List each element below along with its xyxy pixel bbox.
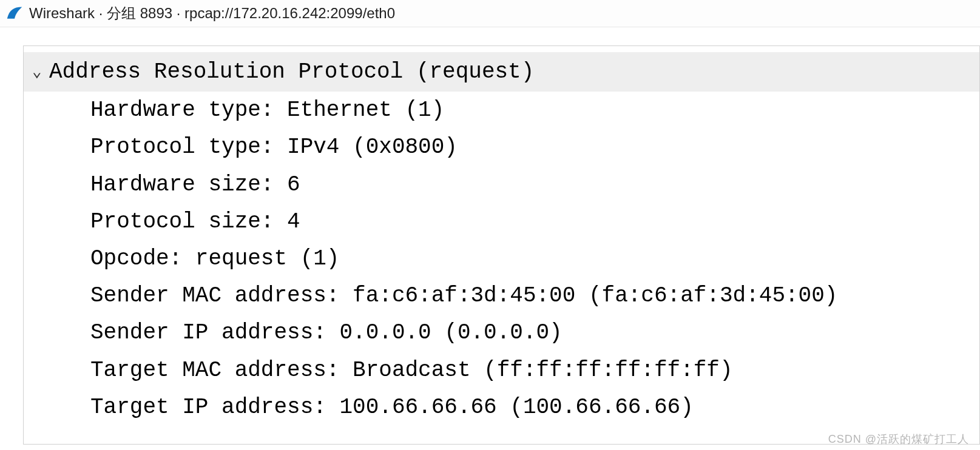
arp-header-text: Address Resolution Protocol (request) [49, 53, 534, 90]
field-sender-ip[interactable]: Sender IP address: 0.0.0.0 (0.0.0.0) [24, 314, 979, 351]
field-protocol-type[interactable]: Protocol type: IPv4 (0x0800) [24, 129, 979, 166]
watermark: CSDN @活跃的煤矿打工人 [828, 432, 969, 446]
field-target-ip[interactable]: Target IP address: 100.66.66.66 (100.66.… [24, 389, 979, 426]
arp-tree-header[interactable]: ⌄ Address Resolution Protocol (request) [24, 52, 979, 92]
title-bar: Wireshark · 分组 8893 · rpcap://172.20.16.… [0, 0, 980, 27]
field-sender-mac[interactable]: Sender MAC address: fa:c6:af:3d:45:00 (f… [24, 277, 979, 314]
field-target-mac[interactable]: Target MAC address: Broadcast (ff:ff:ff:… [24, 352, 979, 389]
field-protocol-size[interactable]: Protocol size: 4 [24, 203, 979, 240]
window-title: Wireshark · 分组 8893 · rpcap://172.20.16.… [29, 4, 395, 23]
field-hardware-size[interactable]: Hardware size: 6 [24, 166, 979, 203]
content-area: ⌄ Address Resolution Protocol (request) … [0, 27, 980, 445]
field-opcode[interactable]: Opcode: request (1) [24, 240, 979, 277]
packet-detail-pane: ⌄ Address Resolution Protocol (request) … [23, 45, 980, 445]
field-hardware-type[interactable]: Hardware type: Ethernet (1) [24, 92, 979, 129]
chevron-down-icon[interactable]: ⌄ [32, 59, 49, 86]
wireshark-icon [6, 5, 23, 22]
